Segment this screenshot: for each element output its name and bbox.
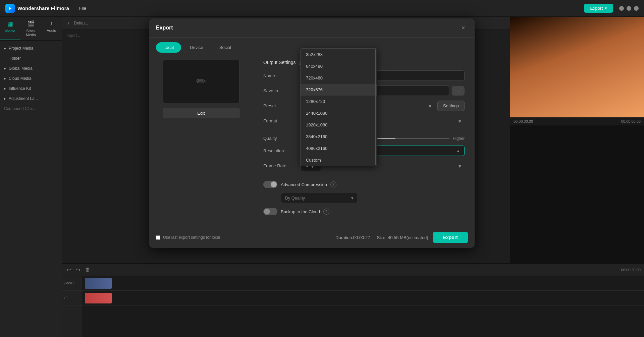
undo-button[interactable]: ↩ [65,265,72,274]
timeline-area: ↩ ↪ 🗑 00:00:30:00 Video 1 ♪ 1 [62,263,644,337]
dialog-close-button[interactable]: × [459,23,468,33]
sidebar-item-global-media[interactable]: ▸ Global Media [0,63,62,73]
backup-cloud-help-icon[interactable]: ? [323,209,329,215]
resolution-option-custom[interactable]: Custom [301,154,377,166]
menu-file[interactable]: File [76,4,90,12]
edit-thumbnail-button[interactable]: Edit [163,108,240,118]
resolution-dropdown-menu: 352x288 640x480 720x480 720x576 [300,48,377,166]
content-preview-area: + Defau... Import... 00:00:00:00 00:00:0… [62,17,644,337]
format-label: Format [263,118,300,123]
sidebar-items-list: ▸ Project Media Folder ▸ Global Media ▸ … [0,41,62,116]
preview-image-inner [510,17,644,117]
arrow-icon-influence: ▸ [4,86,6,91]
resolution-option-352[interactable]: 352x288 [301,49,377,60]
dialog-tab-social[interactable]: Social [212,42,238,53]
sidebar-tab-stock[interactable]: 🎬 Stock Media [20,17,41,40]
last-settings-label: Use last export settings for local [163,235,220,240]
audio-tab-label: Audio [47,29,56,33]
video-track-label: Video 1 [63,281,75,285]
video-clip-thumb[interactable] [85,278,112,289]
dialog-tab-device[interactable]: Device [182,42,211,53]
resolution-option-640[interactable]: 640x480 [301,60,377,72]
sidebar-item-adjustment[interactable]: ▸ Adjustment La... [0,94,62,104]
output-settings-label: Output Settings [263,60,296,65]
divider-2 [263,176,465,176]
sidebar-item-project-media[interactable]: ▸ Project Media [0,43,62,53]
project-media-label: Project Media [9,46,33,51]
last-settings-checkbox[interactable] [156,235,160,240]
close-button[interactable] [634,6,639,11]
advanced-compression-help-icon[interactable]: ? [330,181,336,187]
audio-clip[interactable] [85,293,112,303]
redo-button[interactable]: ↪ [74,265,82,274]
clip-content [85,278,112,289]
backup-cloud-label: Backup to the Cloud [281,209,320,214]
frame-rate-label: Frame Rate [263,163,300,168]
name-label: Name [263,73,300,78]
timeline-content: Video 1 ♪ 1 [62,276,644,337]
save-to-label: Save to [263,88,300,93]
advanced-compression-label: Advanced Compression [281,182,327,187]
audio-tab-icon: ♪ [50,20,53,27]
backup-cloud-toggle[interactable] [263,208,277,215]
track-label-audio: ♪ 1 [62,291,82,305]
footer-info: Duration:00:00:27 Size: 40.55 MB(estimat… [335,235,428,240]
sidebar-tab-media[interactable]: ▦ Media [0,17,20,40]
browse-button[interactable]: ... [452,86,465,96]
size-label: Size: 40.55 MB(estimated) [377,235,428,240]
arrow-icon-global: ▸ [4,66,6,71]
audio-track-label: ♪ 1 [63,296,68,300]
dialog-left-panel: ✏ Edit [149,53,253,227]
sidebar-item-cloud-media[interactable]: ▸ Cloud Media [0,73,62,83]
by-quality-select[interactable]: By Quality ▾ [281,193,358,203]
folder-label: Folder [9,56,21,61]
sidebar: ▦ Media 🎬 Stock Media ♪ Audio ▸ Project … [0,17,62,337]
dialog-tab-local[interactable]: Local [156,42,181,53]
resolution-option-1280x720[interactable]: 1280x720 [301,96,377,107]
app-name: Wondershare Filmora [17,5,69,11]
dialog-footer: Use last export settings for local Durat… [149,227,475,248]
resolution-option-4096x2160[interactable]: 4096x2160 [301,143,377,154]
track-row-video [82,276,644,291]
export-final-button[interactable]: Export [433,232,468,243]
maximize-button[interactable] [627,6,631,11]
dialog-header: Export × [149,18,475,38]
preview-controls: 00:00:00:00 00:00:00:00 [510,117,644,125]
chevron-up-icon: ▲ [456,149,460,153]
thumbnail-box: ✏ [163,60,240,103]
by-quality-wrapper: By Quality ▾ [281,193,358,203]
resolution-option-720x480[interactable]: 720x480 [301,72,377,84]
minimize-button[interactable] [619,6,624,11]
advanced-compression-row: Advanced Compression ? [263,181,465,188]
delete-button[interactable]: 🗑 [84,266,92,274]
backup-toggle-knob [264,209,270,215]
app-logo-icon: F [5,4,15,13]
arrow-icon-adjustment: ▸ [4,96,6,101]
settings-button[interactable]: Settings [437,101,465,111]
dialog-title: Export [156,25,173,31]
media-tab-icon: ▦ [7,20,13,27]
arrow-icon: ▸ [4,46,6,51]
resolution-option-720x576[interactable]: 720x576 [301,84,377,96]
advanced-compression-toggle[interactable] [263,181,277,188]
sidebar-item-compound[interactable]: Compound Clip... [0,104,62,114]
resolution-option-1440x1080[interactable]: 1440x1080 [301,107,377,119]
media-tab-label: Media [5,29,15,33]
influence-kit-label: Influence Kit [9,86,31,91]
dialog-body: ✏ Edit Output Settings 🎓 Name [149,53,475,227]
top-menu: File [76,4,90,12]
export-top-button[interactable]: Export ▾ [584,4,613,13]
top-bar: F Wondershare Filmora File Export ▾ [0,0,644,17]
timeline-timecode: 00:00:30:00 [621,268,641,272]
dialog-right-panel: Output Settings 🎓 Name Save to [253,53,475,227]
sidebar-tab-audio[interactable]: ♪ Audio [41,17,62,40]
resolution-option-3840x2160[interactable]: 3840x2160 [301,131,377,143]
sidebar-tabs: ▦ Media 🎬 Stock Media ♪ Audio [0,17,62,41]
resolution-option-1920x1080[interactable]: 1920x1080 [301,119,377,131]
sidebar-item-influence-kit[interactable]: ▸ Influence Kit [0,83,62,94]
import-button[interactable]: + [65,19,71,27]
timecode-start: 00:00:00:00 [514,119,533,123]
sidebar-item-folder[interactable]: Folder [0,53,62,63]
global-media-label: Global Media [9,66,33,71]
timecode-end: 00:00:00:00 [621,119,641,123]
